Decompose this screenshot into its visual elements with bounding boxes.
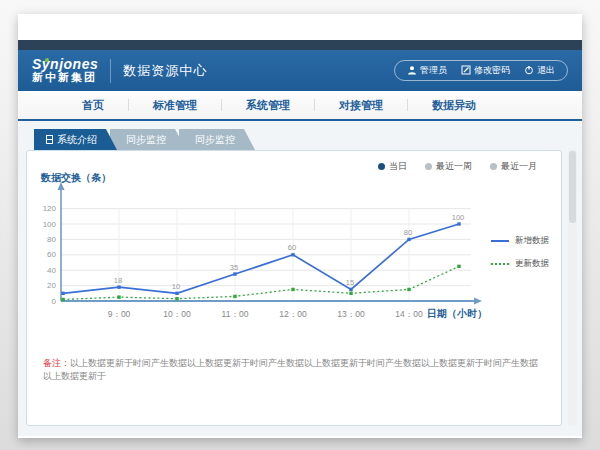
solid-line-icon	[491, 240, 509, 242]
svg-text:120: 120	[43, 204, 57, 213]
svg-text:13：00: 13：00	[337, 309, 365, 319]
svg-text:100: 100	[452, 213, 465, 222]
app-window: Synjones 新中新集团 数据资源中心 管理员 修改密码 退出 首页 标准管…	[18, 14, 582, 438]
change-password-button[interactable]: 修改密码	[461, 64, 510, 77]
chart-legend: 新增数据 更新数据	[491, 235, 549, 270]
svg-text:80: 80	[404, 228, 412, 237]
legend-new-data-label: 新增数据	[515, 235, 549, 247]
power-icon	[524, 65, 534, 77]
radio-last-month-label: 最近一月	[501, 160, 537, 173]
logout-label: 退出	[537, 64, 555, 77]
tab-system-intro[interactable]: 系统介绍	[34, 129, 117, 150]
edit-icon	[461, 65, 471, 77]
brand-logo: Synjones 新中新集团	[32, 57, 98, 83]
tab-sync-monitor-2[interactable]: 同步监控	[179, 129, 255, 150]
user-icon	[407, 65, 417, 77]
svg-text:11：00: 11：00	[222, 309, 249, 319]
tab-sync-monitor-2-label: 同步监控	[195, 129, 235, 150]
radio-last-month[interactable]: 最近一月	[490, 160, 537, 173]
document-icon	[46, 135, 53, 144]
svg-text:15: 15	[346, 278, 354, 287]
logout-button[interactable]: 退出	[524, 64, 555, 77]
tab-sync-monitor-1[interactable]: 同步监控	[110, 129, 186, 150]
svg-text:12：00: 12：00	[279, 309, 307, 319]
svg-text:14：00: 14：00	[395, 309, 423, 319]
nav-item-system-mgmt[interactable]: 系统管理	[222, 99, 315, 111]
app-header: Synjones 新中新集团 数据资源中心 管理员 修改密码 退出	[18, 50, 582, 91]
radio-dot-icon	[490, 163, 497, 170]
page-top-padding	[18, 14, 582, 40]
svg-text:18: 18	[114, 276, 122, 285]
svg-text:10: 10	[172, 282, 180, 291]
svg-text:100: 100	[43, 220, 57, 229]
footnote: 备注：以上数据更新于时间产生数据以上数据更新于时间产生数据以上数据更新于时间产生…	[43, 357, 545, 382]
tab-bar: 系统介绍 同步监控 同步监控	[34, 129, 582, 150]
legend-updated-data[interactable]: 更新数据	[491, 258, 549, 270]
radio-today-label: 当日	[389, 160, 407, 173]
radio-last-week-label: 最近一周	[436, 160, 472, 173]
logo-text: Synjones	[32, 57, 98, 72]
radio-today[interactable]: 当日	[378, 160, 407, 173]
nav-item-home[interactable]: 首页	[58, 99, 129, 111]
x-axis-title: 日期（小时）	[427, 307, 487, 321]
svg-text:10：00: 10：00	[163, 309, 191, 319]
chart-panel: 当日 最近一周 最近一月 数据交换（条） 0204060801001209：00…	[26, 150, 562, 426]
legend-updated-data-label: 更新数据	[515, 258, 549, 270]
footnote-text: 以上数据更新于时间产生数据以上数据更新于时间产生数据以上数据更新于时间产生数据以…	[43, 358, 538, 381]
header-actions: 管理员 修改密码 退出	[394, 60, 568, 81]
content-area: 系统介绍 同步监控 同步监控 当日 最近一周	[18, 121, 582, 436]
svg-text:0: 0	[52, 297, 57, 306]
time-range-filter: 当日 最近一周 最近一月	[378, 160, 537, 173]
nav-item-standard-mgmt[interactable]: 标准管理	[129, 99, 222, 111]
main-nav: 首页 标准管理 系统管理 对接管理 数据异动	[18, 91, 582, 121]
svg-text:60: 60	[47, 250, 56, 259]
footnote-prefix: 备注：	[43, 358, 70, 368]
vertical-scrollbar[interactable]	[568, 149, 577, 426]
tab-system-intro-label: 系统介绍	[57, 129, 97, 150]
admin-user-button[interactable]: 管理员	[407, 64, 447, 77]
header-divider	[110, 59, 111, 83]
nav-item-data-change[interactable]: 数据异动	[408, 99, 500, 111]
legend-new-data[interactable]: 新增数据	[491, 235, 549, 247]
admin-user-label: 管理员	[420, 64, 447, 77]
dotted-line-icon	[491, 263, 509, 265]
svg-text:80: 80	[47, 235, 56, 244]
radio-dot-icon	[425, 163, 432, 170]
nav-item-docking-mgmt[interactable]: 对接管理	[315, 99, 408, 111]
line-chart: 0204060801001209：0010：0011：0012：0013：001…	[35, 177, 485, 329]
radio-dot-icon	[378, 163, 385, 170]
svg-text:20: 20	[47, 281, 56, 290]
svg-text:60: 60	[288, 243, 296, 252]
svg-text:9：00: 9：00	[108, 309, 131, 319]
top-dark-strip	[18, 40, 582, 50]
tab-sync-monitor-1-label: 同步监控	[126, 129, 166, 150]
page-title: 数据资源中心	[123, 62, 207, 80]
change-password-label: 修改密码	[474, 64, 510, 77]
radio-last-week[interactable]: 最近一周	[425, 160, 472, 173]
svg-text:40: 40	[47, 266, 56, 275]
svg-text:35: 35	[230, 263, 238, 272]
scrollbar-thumb[interactable]	[569, 151, 576, 223]
logo-subtitle: 新中新集团	[32, 72, 98, 84]
